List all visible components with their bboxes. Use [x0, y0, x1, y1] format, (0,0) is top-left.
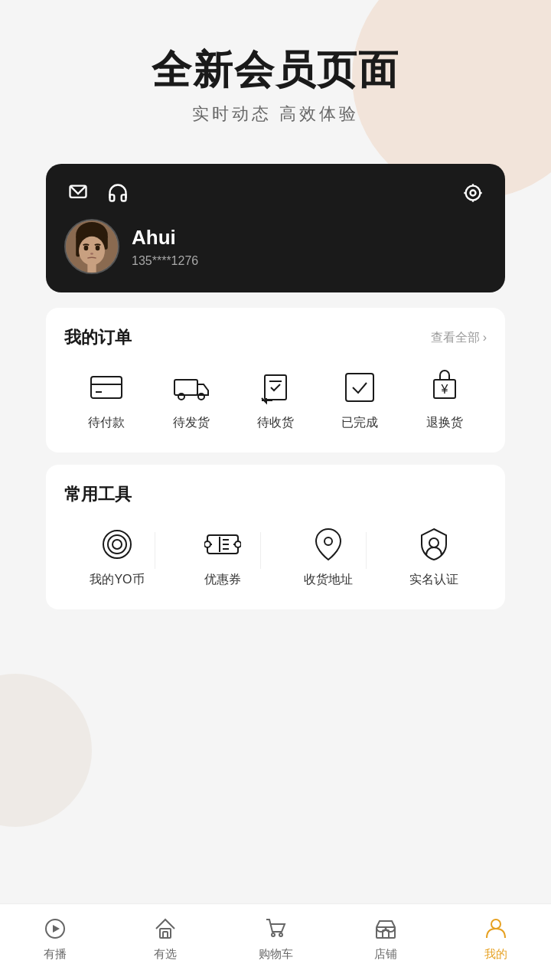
svg-rect-15 [87, 264, 96, 273]
tools-title: 常用工具 [64, 483, 132, 506]
order-item-payment[interactable]: 待付款 [76, 368, 137, 431]
coupon-icon [203, 524, 243, 564]
broadcast-icon [41, 915, 69, 942]
completed-label: 已完成 [341, 415, 378, 431]
yocoin-label: 我的YO币 [90, 572, 144, 588]
svg-point-41 [429, 538, 439, 547]
page-content: 全新会员页面 实时动态 高效体验 [0, 0, 551, 698]
tools-card-header: 常用工具 [64, 483, 487, 506]
svg-rect-19 [174, 380, 197, 395]
profile-top-icons [64, 179, 132, 207]
svg-point-29 [108, 535, 126, 554]
payment-icon [86, 368, 126, 407]
completed-icon [340, 368, 380, 407]
verify-label: 实名认证 [409, 572, 458, 588]
svg-point-30 [112, 540, 122, 549]
svg-rect-22 [265, 375, 286, 400]
svg-point-47 [279, 933, 282, 936]
svg-point-40 [324, 537, 332, 545]
svg-point-12 [84, 246, 89, 251]
order-item-return[interactable]: ¥ 退换货 [414, 368, 475, 431]
order-item-delivery[interactable]: 待收货 [245, 368, 306, 431]
nav-item-store[interactable]: 店铺 [347, 915, 424, 962]
order-card-header: 我的订单 查看全部 › [64, 326, 487, 349]
header-section: 全新会员页面 实时动态 高效体验 [0, 0, 551, 149]
tool-item-coupon[interactable]: 优惠券 [184, 524, 261, 588]
user-details: Ahui 135****1276 [132, 226, 198, 268]
profile-info: Ahui 135****1276 [64, 219, 487, 274]
home-label: 有选 [154, 947, 177, 962]
page-title: 全新会员页面 [31, 46, 520, 93]
cart-icon [262, 915, 289, 942]
svg-point-35 [235, 541, 241, 547]
scan-icon[interactable] [459, 179, 487, 207]
profile-card: Ahui 135****1276 [46, 164, 505, 292]
nav-item-home[interactable]: 有选 [127, 915, 204, 962]
cart-label: 购物车 [259, 947, 293, 962]
return-label: 退换货 [426, 415, 463, 431]
order-item-shipping[interactable]: 待发货 [161, 368, 222, 431]
svg-point-50 [491, 920, 500, 929]
view-all-label: 查看全部 [431, 330, 480, 346]
svg-text:¥: ¥ [440, 383, 448, 396]
address-label: 收货地址 [304, 572, 353, 588]
nav-item-broadcast[interactable]: 有播 [17, 915, 93, 962]
nav-item-cart[interactable]: 购物车 [237, 915, 314, 962]
tool-item-verify[interactable]: 实名认证 [396, 524, 472, 588]
nav-item-profile[interactable]: 我的 [458, 915, 534, 962]
profile-card-top [64, 179, 487, 207]
verify-icon [414, 524, 454, 564]
delivery-label: 待收货 [257, 415, 294, 431]
ship-icon [171, 368, 211, 407]
yo-coin-icon [97, 524, 137, 564]
shipping-label: 待发货 [173, 415, 210, 431]
payment-label: 待付款 [88, 415, 125, 431]
coupon-label: 优惠券 [204, 572, 241, 588]
svg-rect-45 [163, 932, 168, 938]
avatar[interactable] [64, 219, 119, 274]
view-all-orders[interactable]: 查看全部 › [431, 330, 487, 346]
address-icon [308, 524, 348, 564]
profile-label: 我的 [484, 947, 507, 962]
chevron-right-icon: › [483, 331, 487, 345]
tools-icons-row: 我的YO币 优惠券 [64, 524, 487, 588]
delivery-icon [256, 368, 295, 407]
headset-icon[interactable] [104, 179, 132, 207]
user-name: Ahui [132, 226, 198, 250]
page-subtitle: 实时动态 高效体验 [31, 103, 520, 126]
order-card: 我的订单 查看全部 › 待付款 [46, 308, 505, 452]
user-phone: 135****1276 [132, 254, 198, 268]
svg-rect-16 [91, 377, 122, 398]
svg-point-14 [90, 253, 93, 255]
tool-item-yocoin[interactable]: 我的YO币 [79, 524, 155, 588]
store-label: 店铺 [374, 947, 397, 962]
broadcast-label: 有播 [44, 947, 67, 962]
tools-card: 常用工具 我的YO币 [46, 465, 505, 609]
svg-rect-25 [346, 374, 373, 401]
profile-nav-icon [482, 915, 510, 942]
svg-point-1 [466, 186, 481, 201]
svg-point-46 [272, 933, 275, 936]
order-icons-row: 待付款 待发货 [64, 368, 487, 431]
svg-rect-44 [160, 929, 171, 938]
return-icon: ¥ [425, 368, 465, 407]
message-icon[interactable] [64, 179, 92, 207]
store-icon [372, 915, 399, 942]
svg-point-11 [79, 237, 105, 266]
order-title: 我的订单 [64, 326, 132, 349]
tool-item-address[interactable]: 收货地址 [290, 524, 367, 588]
svg-point-2 [471, 191, 476, 196]
home-icon [152, 915, 179, 942]
bottom-nav: 有播 有选 购物车 [0, 903, 551, 980]
svg-point-13 [96, 246, 100, 251]
svg-point-34 [204, 541, 210, 547]
svg-marker-43 [53, 925, 60, 933]
order-item-completed[interactable]: 已完成 [329, 368, 390, 431]
